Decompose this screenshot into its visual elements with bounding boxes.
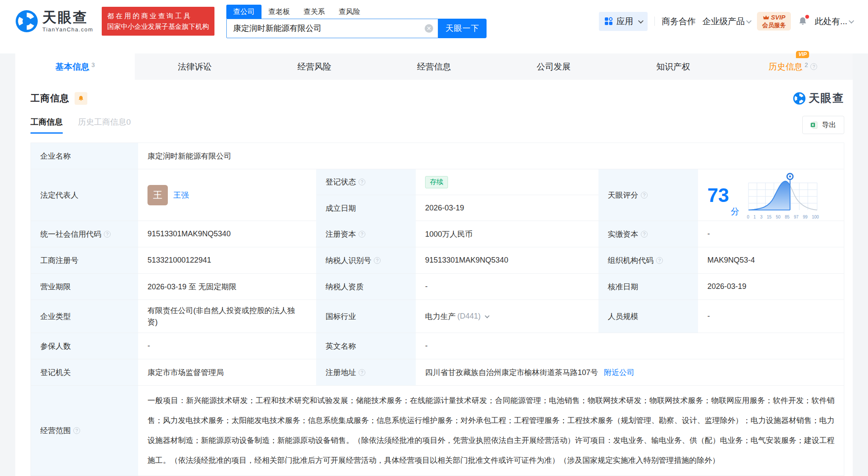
search-tab-risk[interactable]: 查风险 xyxy=(332,5,367,19)
section-header: 工商信息 天眼查 xyxy=(31,91,844,106)
nav-enterprise-products[interactable]: 企业级产品 xyxy=(702,16,750,27)
legal-rep-name-link[interactable]: 王强 xyxy=(173,190,189,200)
clear-search-icon[interactable]: ✕ xyxy=(425,24,433,33)
tab-basic-info[interactable]: 基本信息 3 xyxy=(15,53,135,80)
label-text: 统一社会信用代码 xyxy=(40,229,101,239)
tab-intellectual-property[interactable]: 知识产权 xyxy=(613,53,733,80)
field-value-taxpayer-quality: - xyxy=(416,274,598,300)
field-value-legal-representative: 王 王强 xyxy=(138,169,316,221)
chevron-down-icon xyxy=(746,18,752,23)
subtab-row: 工商信息 历史工商信息0 导出 xyxy=(31,116,844,134)
vip-badge: VIP xyxy=(796,51,809,58)
tab-company-development[interactable]: 公司发展 xyxy=(494,53,613,80)
svip-label: SVIP xyxy=(771,14,785,22)
label-text: 实缴资本 xyxy=(608,229,638,239)
status-date-subgrid: 登记状态 ? 存续 成立日期 2026-03-19 xyxy=(316,169,598,221)
value-text: 有限责任公司(非自然人投资或控股的法人独资) xyxy=(147,305,307,328)
status-badge: 存续 xyxy=(425,176,448,188)
field-value-business-scope: 一般项目：新兴能源技术研发；工程和技术研究和试验发展；储能技术服务；在线能源计量… xyxy=(138,386,844,476)
field-label-business-term: 营业期限 xyxy=(31,274,138,300)
search-tab-company[interactable]: 查公司 xyxy=(226,5,262,19)
subscribe-bell-button[interactable] xyxy=(75,92,87,105)
label-text: 注册地址 xyxy=(326,367,356,378)
tab-label: 历史信息 xyxy=(768,61,802,73)
search-submit-button[interactable]: 天眼一下 xyxy=(438,19,487,38)
tab-label: 基本信息 xyxy=(56,61,89,73)
field-label-staff-size: 人员规模 xyxy=(598,300,698,333)
help-icon[interactable]: ? xyxy=(656,257,663,264)
help-icon[interactable]: ? xyxy=(73,427,80,434)
field-label-tyc-score: 天眼评分 ? xyxy=(598,169,698,221)
field-value-business-term: 2026-03-19 至 无固定期限 xyxy=(138,274,316,300)
export-button[interactable]: 导出 xyxy=(802,116,844,134)
tab-count: 3 xyxy=(92,62,95,68)
brand-domain: TianYanCha.com xyxy=(42,27,93,33)
field-label-credit-code: 统一社会信用代码 ? xyxy=(31,221,138,247)
nearby-companies-link[interactable]: 附近公司 xyxy=(604,367,634,378)
tab-label: 知识产权 xyxy=(657,61,690,73)
tab-label: 法律诉讼 xyxy=(178,61,211,73)
notification-bell[interactable] xyxy=(798,16,808,26)
apps-menu[interactable]: 应用 xyxy=(599,12,648,31)
field-value-paid-capital: - xyxy=(698,221,844,247)
business-info-table: 企业名称 康定润时新能源有限公司 法定代表人 王 王强 登记状态 ? 存续 成立… xyxy=(31,143,844,476)
help-icon[interactable]: ? xyxy=(359,231,365,238)
brand-name: 天眼查 xyxy=(42,10,93,25)
notification-dot xyxy=(805,15,809,19)
search-input[interactable] xyxy=(226,19,438,38)
apps-label: 应用 xyxy=(616,16,633,27)
label-text: 天眼评分 xyxy=(608,190,638,200)
help-icon[interactable]: ? xyxy=(359,369,365,376)
field-value-registration-number: 513321000122941 xyxy=(138,247,316,274)
divider xyxy=(654,17,655,26)
nav-account-menu[interactable]: 此处有... xyxy=(815,16,853,27)
enterprise-label: 企业级产品 xyxy=(702,16,745,27)
field-label-taxpayer-id: 纳税人识别号 ? xyxy=(316,247,416,274)
field-value-english-name: - xyxy=(416,333,844,359)
legal-rep-avatar[interactable]: 王 xyxy=(147,185,168,205)
field-value-establish-date: 2026-03-19 xyxy=(416,195,598,221)
tab-legal-proceedings[interactable]: 法律诉讼 xyxy=(135,53,254,80)
field-value-taxpayer-id: 91513301MAK9NQ5340 xyxy=(416,247,598,274)
search-tab-relation[interactable]: 查关系 xyxy=(297,5,332,19)
field-label-company-type: 企业类型 xyxy=(31,300,138,333)
field-label-taxpayer-quality: 纳税人资质 xyxy=(316,274,416,300)
field-label-legal-representative: 法定代表人 xyxy=(31,169,138,221)
help-icon[interactable]: ? xyxy=(359,179,365,185)
crown-icon xyxy=(763,15,769,20)
nav-business-cooperation[interactable]: 商务合作 xyxy=(662,16,696,27)
apps-grid-icon xyxy=(604,17,613,25)
tab-operating-risk[interactable]: 经营风险 xyxy=(255,53,374,80)
svip-member-service[interactable]: SVIP 会员服务 xyxy=(757,12,791,31)
watermark-text: 天眼查 xyxy=(809,91,844,106)
tianyancha-logo[interactable]: 天眼查 TianYanCha.com xyxy=(15,10,93,33)
tab-label: 公司发展 xyxy=(537,61,570,73)
chevron-down-icon[interactable] xyxy=(485,313,490,318)
field-value-company-name: 康定润时新能源有限公司 xyxy=(138,143,844,169)
help-icon[interactable]: ? xyxy=(641,192,648,199)
tab-history-info[interactable]: 历史信息 VIP 2 ? xyxy=(733,53,853,80)
field-label-paid-capital: 实缴资本 ? xyxy=(598,221,698,247)
account-label: 此处有... xyxy=(815,16,847,27)
field-label-business-scope: 经营范围 ? xyxy=(31,386,138,476)
help-icon[interactable]: ? xyxy=(104,231,111,238)
field-value-registered-capital: 1000万人民币 xyxy=(416,221,598,247)
field-label-insured-count: 参保人数 xyxy=(31,333,138,359)
subtab-history-business-info[interactable]: 历史工商信息0 xyxy=(78,117,131,134)
help-icon[interactable]: ? xyxy=(810,63,817,70)
tianyancha-swirl-icon xyxy=(15,10,38,33)
tab-label: 经营信息 xyxy=(417,61,451,73)
field-label-org-code: 组织机构代码 ? xyxy=(598,247,698,274)
field-value-registered-address: 四川省甘孜藏族自治州康定市榆林街道茶马路107号 附近公司 xyxy=(416,359,844,386)
promo-line2: 国家中小企业发展子基金旗下机构 xyxy=(107,21,209,32)
help-icon[interactable]: ? xyxy=(641,231,648,238)
search-tab-boss[interactable]: 查老板 xyxy=(262,5,297,19)
label-text: 纳税人识别号 xyxy=(326,255,371,266)
field-value-approval-date: 2026-03-19 xyxy=(698,274,844,300)
header-nav: 应用 商务合作 企业级产品 SVIP 会员服务 此处有.. xyxy=(599,12,853,31)
help-icon[interactable]: ? xyxy=(374,257,381,264)
label-text: 组织机构代码 xyxy=(608,255,654,266)
header-spacer xyxy=(0,42,868,53)
tab-operating-info[interactable]: 经营信息 xyxy=(374,53,494,80)
subtab-business-info[interactable]: 工商信息 xyxy=(31,117,63,134)
